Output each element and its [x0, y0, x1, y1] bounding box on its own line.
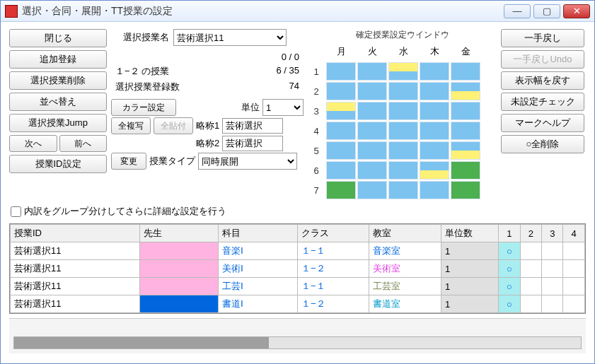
- maximize-button[interactable]: ▢: [533, 4, 560, 18]
- selname-label: 選択授業名: [111, 31, 169, 44]
- table-row[interactable]: 芸術選択11 工芸Ⅰ １−１ 工芸室 1 ○: [11, 278, 585, 295]
- cell-mark-2[interactable]: [520, 260, 541, 278]
- change-button[interactable]: 変更: [111, 153, 146, 170]
- cell-teacher: [139, 242, 219, 260]
- cell-units: 1: [441, 242, 498, 260]
- schedule-cell[interactable]: [357, 161, 387, 180]
- schedule-cell[interactable]: [420, 181, 449, 199]
- table-row[interactable]: 芸術選択11 書道Ⅰ １−２ 書道室 1 ○: [11, 295, 585, 313]
- schedule-cell[interactable]: [357, 122, 387, 140]
- h-scrollbar[interactable]: [13, 336, 582, 349]
- minimize-button[interactable]: —: [504, 4, 531, 18]
- schedule-cell[interactable]: [451, 161, 480, 180]
- cell-room: 書道室: [369, 295, 441, 313]
- jump-button[interactable]: 選択授業Jump: [9, 114, 107, 132]
- cell-mark-3[interactable]: [542, 295, 563, 313]
- schedule-cell[interactable]: [326, 141, 356, 160]
- sort-button[interactable]: 並べ替え: [9, 93, 107, 111]
- table-header: クラス: [297, 225, 369, 242]
- schedule-cell[interactable]: [420, 102, 449, 120]
- cell-mark-3[interactable]: [542, 242, 563, 260]
- table-header: 教室: [369, 225, 441, 242]
- schedule-cell[interactable]: [357, 141, 387, 160]
- schedule-cell[interactable]: [451, 122, 480, 140]
- table-header: 2: [520, 225, 541, 242]
- schedule-cell[interactable]: [388, 181, 418, 199]
- schedule-cell[interactable]: [388, 161, 418, 180]
- cell-mark-1[interactable]: ○: [499, 242, 520, 260]
- close-button[interactable]: 閉じる: [9, 29, 107, 47]
- schedule-cell[interactable]: [451, 181, 480, 199]
- cell-room: 工芸室: [369, 278, 441, 295]
- undo2-button[interactable]: 一手戻しUndo: [501, 50, 584, 69]
- schedule-cell[interactable]: [357, 62, 387, 81]
- schedule-cell[interactable]: [420, 141, 449, 160]
- resetw-button[interactable]: 表示幅を戻す: [501, 71, 584, 90]
- cell-mark-1[interactable]: ○: [499, 278, 520, 295]
- schedule-cell[interactable]: [357, 181, 387, 199]
- allpaste-button[interactable]: 全貼付: [154, 117, 193, 134]
- cell-mark-1[interactable]: ○: [499, 295, 520, 313]
- cell-mark-3[interactable]: [542, 260, 563, 278]
- schedule-cell[interactable]: [451, 141, 480, 160]
- cell-mark-4[interactable]: [563, 278, 585, 295]
- cell-mark-4[interactable]: [563, 242, 585, 260]
- delete-button[interactable]: 選択授業削除: [9, 71, 107, 90]
- add-button[interactable]: 追加登録: [9, 50, 107, 69]
- detail-checkbox[interactable]: [11, 206, 21, 217]
- abbr2-input[interactable]: [222, 136, 283, 151]
- schedule-cell[interactable]: [326, 122, 356, 140]
- undo-button[interactable]: 一手戻し: [501, 29, 584, 47]
- colorset-button[interactable]: カラー設定: [111, 99, 176, 116]
- schedule-cell[interactable]: [326, 161, 356, 180]
- next-button[interactable]: 次へ: [9, 135, 57, 152]
- schedule-cell[interactable]: [451, 62, 480, 81]
- schedule-cell[interactable]: [388, 102, 418, 120]
- cell-mark-4[interactable]: [563, 260, 585, 278]
- close-window-button[interactable]: ✕: [563, 4, 590, 18]
- schedule-cell[interactable]: [326, 102, 356, 120]
- schedule-cell[interactable]: [388, 141, 418, 160]
- schedule-cell[interactable]: [326, 181, 356, 199]
- grid-title: 確定授業設定ウインドウ: [308, 29, 497, 41]
- cell-mark-3[interactable]: [542, 278, 563, 295]
- prev-button[interactable]: 前へ: [59, 135, 108, 152]
- cell-mark-2[interactable]: [520, 278, 541, 295]
- cell-mark-4[interactable]: [563, 295, 585, 313]
- cell-teacher: [139, 295, 219, 313]
- schedule-cell[interactable]: [420, 62, 449, 81]
- checku-button[interactable]: 未設定チェック: [501, 93, 584, 111]
- period-label: 1: [308, 62, 325, 81]
- schedule-cell[interactable]: [420, 122, 449, 140]
- table-row[interactable]: 芸術選択11 美術Ⅰ １−２ 美術室 1 ○: [11, 260, 585, 278]
- table-row[interactable]: 芸術選択11 音楽Ⅰ １−１ 音楽室 1 ○: [11, 242, 585, 260]
- schedule-cell[interactable]: [326, 82, 356, 100]
- cell-id: 芸術選択11: [11, 278, 140, 295]
- h-scrollbar-thumb[interactable]: [14, 337, 269, 348]
- schedule-cell[interactable]: [420, 82, 449, 100]
- delall-button[interactable]: ○全削除: [501, 135, 584, 153]
- class-table: 授業ID先生科目クラス教室単位数1234 芸術選択11 音楽Ⅰ １−１ 音楽室 …: [10, 224, 585, 313]
- schedule-cell[interactable]: [326, 62, 356, 81]
- schedule-cell[interactable]: [388, 122, 418, 140]
- markhelp-button[interactable]: マークヘルプ: [501, 114, 584, 132]
- cell-class: １−１: [297, 278, 369, 295]
- abbr1-input[interactable]: [222, 118, 283, 134]
- schedule-cell[interactable]: [357, 102, 387, 120]
- schedule-cell[interactable]: [451, 102, 480, 120]
- schedule-cell[interactable]: [388, 62, 418, 81]
- schedule-cell[interactable]: [357, 82, 387, 100]
- cell-mark-1[interactable]: ○: [499, 260, 520, 278]
- idset-button[interactable]: 授業ID設定: [9, 155, 107, 173]
- cell-mark-2[interactable]: [520, 295, 541, 313]
- schedule-cell[interactable]: [451, 82, 480, 100]
- unit-label: 単位: [179, 101, 260, 114]
- selname-select[interactable]: 芸術選択11: [173, 29, 287, 46]
- day-header: 水: [388, 42, 418, 61]
- unit-select[interactable]: 1: [262, 99, 304, 116]
- schedule-cell[interactable]: [388, 82, 418, 100]
- schedule-cell[interactable]: [420, 161, 449, 180]
- classtype-select[interactable]: 同時展開: [198, 153, 297, 170]
- allcopy-button[interactable]: 全複写: [111, 117, 151, 134]
- cell-mark-2[interactable]: [520, 242, 541, 260]
